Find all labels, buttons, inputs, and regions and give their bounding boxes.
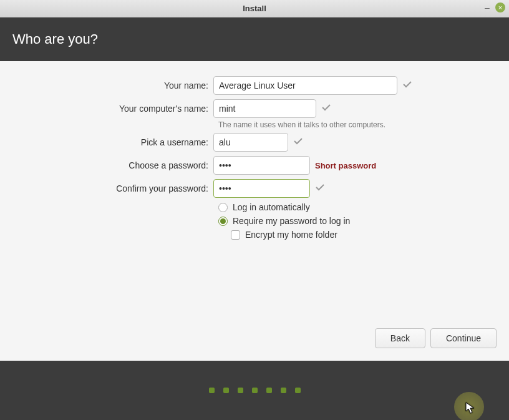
progress-dot bbox=[238, 388, 243, 393]
auto-login-radio-input[interactable] bbox=[218, 203, 228, 212]
auto-login-label: Log in automatically bbox=[233, 202, 310, 212]
page-title: Who are you? bbox=[12, 31, 98, 47]
check-icon bbox=[315, 182, 325, 195]
button-row: Back Continue bbox=[375, 328, 497, 348]
pwd-warning: Short password bbox=[315, 161, 376, 170]
progress-dot bbox=[223, 388, 229, 393]
close-button[interactable]: × bbox=[495, 2, 505, 12]
minimize-button[interactable]: – bbox=[483, 3, 492, 12]
check-icon bbox=[293, 136, 303, 149]
encrypt-checkbox-input[interactable] bbox=[231, 230, 240, 240]
name-label: Your name: bbox=[12, 81, 213, 90]
auto-login-radio[interactable]: Log in automatically bbox=[218, 202, 497, 212]
require-pwd-radio-input[interactable] bbox=[218, 217, 228, 226]
pwd-label: Choose a password: bbox=[12, 160, 213, 170]
host-input[interactable] bbox=[213, 99, 316, 118]
host-hint: The name it uses when it talks to other … bbox=[218, 120, 497, 129]
titlebar: Install – × bbox=[0, 0, 509, 17]
encrypt-label: Encrypt my home folder bbox=[245, 230, 337, 240]
name-input[interactable] bbox=[213, 76, 397, 95]
progress-dot bbox=[266, 388, 272, 393]
continue-button[interactable]: Continue bbox=[430, 328, 497, 348]
progress-dot bbox=[209, 388, 215, 393]
pwd-input[interactable] bbox=[213, 156, 310, 175]
back-button[interactable]: Back bbox=[375, 328, 425, 348]
require-pwd-radio[interactable]: Require my password to log in bbox=[218, 216, 497, 226]
progress-dot bbox=[295, 388, 301, 393]
window-title: Install bbox=[243, 4, 266, 13]
host-label: Your computer's name: bbox=[12, 104, 213, 114]
page-header: Who are you? bbox=[0, 17, 509, 61]
require-pwd-label: Require my password to log in bbox=[233, 216, 350, 226]
pwd2-input[interactable] bbox=[213, 179, 310, 198]
pwd2-label: Confirm your password: bbox=[12, 183, 213, 193]
encrypt-checkbox[interactable]: Encrypt my home folder bbox=[231, 230, 497, 240]
progress-dots bbox=[0, 361, 509, 420]
window-controls: – × bbox=[483, 2, 505, 12]
progress-dot bbox=[281, 388, 286, 393]
user-input[interactable] bbox=[213, 133, 288, 152]
user-label: Pick a username: bbox=[12, 137, 213, 147]
check-icon bbox=[402, 79, 412, 92]
check-icon bbox=[321, 102, 331, 115]
form-area: Your name: Your computer's name: The nam… bbox=[0, 61, 509, 361]
progress-dot bbox=[252, 388, 258, 393]
